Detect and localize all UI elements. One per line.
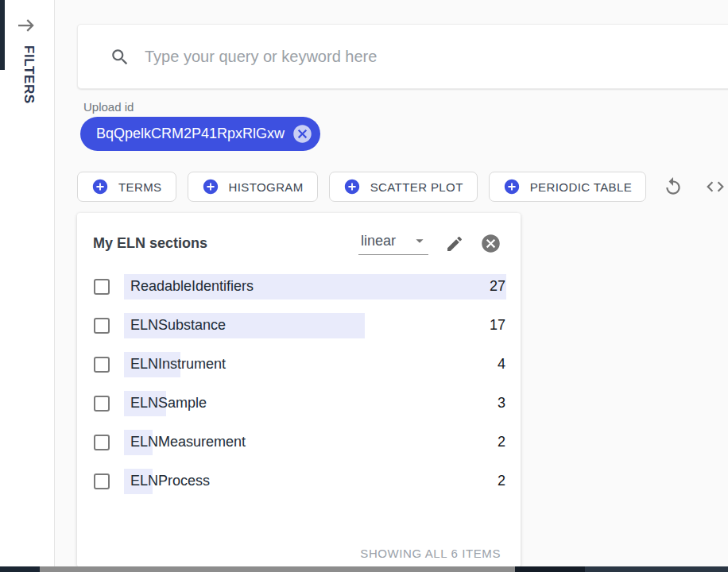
add-widget-button[interactable]: PERIODIC TABLE [489, 172, 646, 202]
term-count: 2 [498, 473, 506, 489]
horizontal-scrollbar-thumb[interactable] [40, 566, 515, 572]
upload-id-chip[interactable]: BqQpelkCRM2P41RpxRlGxw [80, 117, 320, 151]
add-widget-button[interactable]: SCATTER PLOT [329, 172, 478, 202]
caret-down-icon [411, 232, 428, 249]
pencil-icon [445, 234, 464, 253]
term-checkbox[interactable] [94, 473, 110, 489]
term-checkbox[interactable] [94, 279, 110, 295]
vertical-scrollbar-thumb[interactable] [0, 0, 5, 70]
arrow-right-icon [14, 14, 38, 37]
terms-widget-card: My ELN sections linear ReadableIdentifie… [77, 213, 521, 567]
term-count: 27 [490, 278, 506, 295]
upload-id-chip-value: BqQpelkCRM2P41RpxRlGxw [96, 126, 285, 142]
add-button-label: SCATTER PLOT [370, 180, 463, 194]
term-count: 17 [490, 317, 506, 334]
term-row[interactable]: ReadableIdentifiers 27 [94, 267, 506, 306]
term-bar-wrap: ELNInstrument 4 [124, 352, 506, 377]
reset-filters-button[interactable] [663, 176, 683, 197]
term-bar-wrap: ELNMeasurement 2 [124, 430, 506, 455]
add-button-label: TERMS [118, 180, 162, 194]
scrollbar-track-shadow [515, 566, 585, 572]
term-label: ELNInstrument [124, 356, 498, 373]
search-icon [110, 47, 130, 68]
widget-header: My ELN sections linear [77, 213, 521, 255]
term-count: 3 [498, 395, 506, 412]
term-checkbox[interactable] [94, 435, 110, 450]
term-row[interactable]: ELNSubstance 17 [94, 306, 506, 345]
cancel-circle-icon [480, 233, 501, 254]
term-bar-wrap: ELNProcess 2 [124, 469, 506, 494]
add-widget-button[interactable]: HISTOGRAM [188, 172, 318, 202]
term-label: ELNProcess [124, 473, 498, 489]
term-row[interactable]: ELNMeasurement 2 [94, 423, 506, 462]
term-checkbox[interactable] [94, 318, 110, 334]
term-row[interactable]: ELNSample 3 [94, 384, 506, 423]
term-label: ELNSubstance [124, 317, 490, 334]
widget-footer: SHOWING ALL 6 ITEMS [360, 547, 501, 560]
add-button-label: PERIODIC TABLE [530, 180, 632, 194]
plus-circle-icon [503, 178, 521, 195]
upload-id-label: Upload id [83, 100, 134, 114]
plus-circle-icon [202, 178, 219, 195]
search-input[interactable] [145, 25, 728, 87]
replay-icon [663, 176, 683, 197]
term-label: ELNSample [124, 395, 498, 412]
term-bar-wrap: ReadableIdentifiers 27 [124, 274, 506, 300]
sidebar-expand-button[interactable] [13, 13, 40, 40]
code-icon [705, 176, 726, 197]
close-widget-button[interactable] [480, 233, 501, 254]
term-label: ELNMeasurement [124, 434, 498, 450]
plus-circle-icon [91, 178, 109, 195]
scrollbar-corner [0, 566, 40, 572]
term-bar-wrap: ELNSample 3 [124, 391, 506, 416]
plus-circle-icon [343, 178, 361, 195]
term-count: 4 [498, 356, 506, 373]
scale-select[interactable]: linear [358, 232, 428, 255]
scale-selected-value: linear [361, 233, 411, 249]
horizontal-scrollbar[interactable] [0, 566, 728, 572]
filters-sidebar: FILTERS [0, 0, 55, 572]
chip-delete-icon[interactable] [292, 123, 313, 145]
term-checkbox[interactable] [94, 396, 110, 412]
query-code-button[interactable] [705, 176, 726, 197]
term-label: ReadableIdentifiers [124, 278, 490, 295]
add-widget-button[interactable]: TERMS [77, 172, 176, 202]
filters-title: FILTERS [21, 45, 37, 104]
term-count: 2 [498, 434, 506, 450]
term-bar-wrap: ELNSubstance 17 [124, 313, 506, 338]
search-bar [77, 24, 728, 89]
edit-widget-button[interactable] [445, 234, 464, 253]
term-row[interactable]: ELNProcess 2 [94, 462, 506, 500]
term-row[interactable]: ELNInstrument 4 [94, 345, 506, 384]
add-button-label: HISTOGRAM [229, 180, 304, 194]
term-checkbox[interactable] [94, 357, 110, 373]
widget-toolbar: TERMS HISTOGRAM SCATTER PLOT PERIODIC TA… [77, 172, 728, 202]
widget-title: My ELN sections [93, 235, 358, 252]
terms-list: ReadableIdentifiers 27 ELNSubstance 17 E… [77, 255, 521, 500]
